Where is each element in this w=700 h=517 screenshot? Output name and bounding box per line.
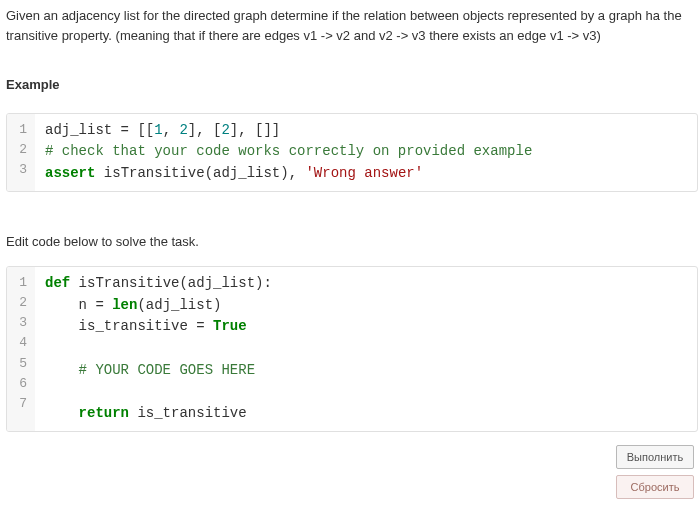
reset-button-label: Сбросить [631,481,680,493]
problem-description: Given an adjacency list for the directed… [6,6,698,45]
run-button[interactable]: Выполнить [616,445,694,469]
example-heading: Example [6,75,698,95]
line-number: 2 [15,293,27,313]
editor-gutter: 1 2 3 4 5 6 7 [7,267,35,431]
line-number: 3 [15,313,27,333]
line-number: 7 [15,394,27,414]
reset-button[interactable]: Сбросить [616,475,694,499]
line-number: 6 [15,374,27,394]
example-code: adj_list = [[1, 2], [2], []] # check tha… [35,114,697,191]
line-number: 1 [15,273,27,293]
line-number: 3 [15,160,27,180]
editor-code[interactable]: def isTransitive(adj_list): n = len(adj_… [35,267,697,431]
edit-prompt: Edit code below to solve the task. [6,232,698,252]
line-number: 4 [15,333,27,353]
line-number: 5 [15,354,27,374]
example-code-block: 1 2 3 adj_list = [[1, 2], [2], []] # che… [6,113,698,192]
line-number: 1 [15,120,27,140]
example-gutter: 1 2 3 [7,114,35,191]
line-number: 2 [15,140,27,160]
run-button-label: Выполнить [627,451,683,463]
editor-code-block[interactable]: 1 2 3 4 5 6 7 def isTransitive(adj_list)… [6,266,698,432]
action-buttons: Выполнить Сбросить [616,445,694,499]
